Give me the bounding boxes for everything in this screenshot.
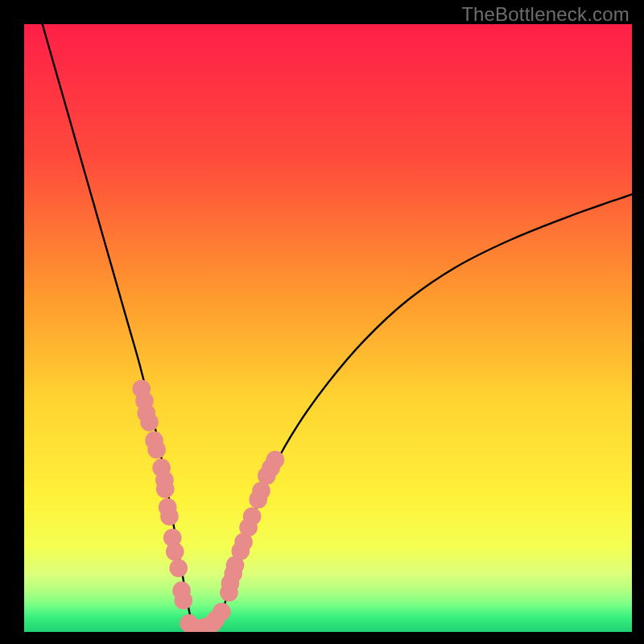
data-points — [132, 380, 284, 632]
data-point — [266, 451, 284, 469]
data-point — [169, 559, 188, 577]
data-point — [140, 413, 159, 431]
data-point — [147, 440, 166, 459]
plot-area — [24, 24, 632, 632]
data-point — [213, 603, 231, 621]
bottleneck-curve — [43, 24, 632, 631]
chart-frame: TheBottleneck.com — [0, 0, 644, 644]
curve-layer — [24, 24, 632, 632]
data-point — [156, 480, 175, 498]
data-point — [243, 507, 262, 526]
data-point — [174, 591, 192, 609]
data-point — [166, 543, 184, 561]
data-point — [160, 507, 179, 526]
watermark-text: TheBottleneck.com — [461, 3, 630, 26]
